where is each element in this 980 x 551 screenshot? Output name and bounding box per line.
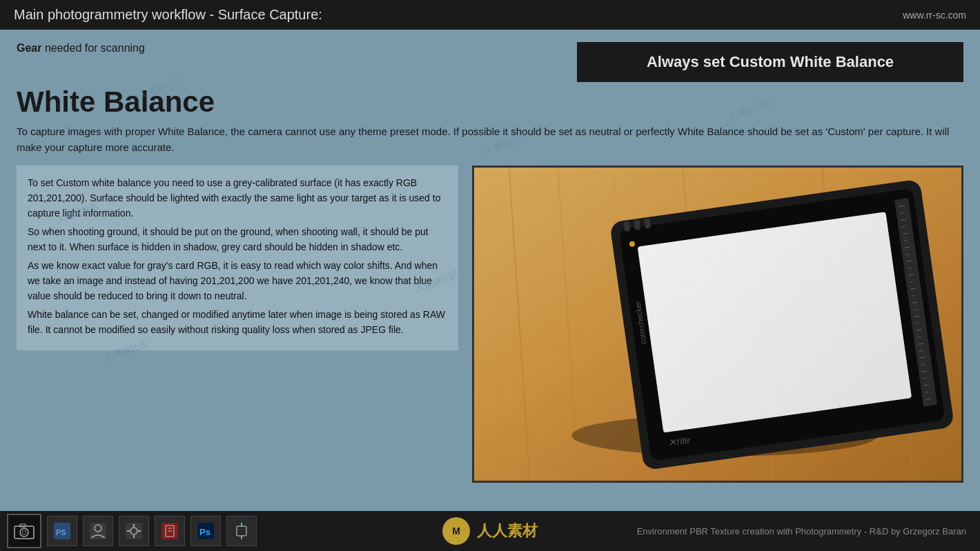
- callout-box: Always set Custom White Balance: [577, 42, 963, 82]
- left-para-3: As we know exact value for gray's card R…: [28, 258, 447, 304]
- gear-bold: Gear: [17, 42, 41, 54]
- photoscan-icon-box[interactable]: PS: [47, 516, 77, 546]
- photoshop-icon-box[interactable]: Ps: [190, 516, 221, 546]
- left-para-1: To set Custom white balance you need to …: [28, 175, 447, 221]
- footer-icons[interactable]: PS: [7, 514, 257, 548]
- left-para-4: White balance can be set, changed or mod…: [28, 307, 447, 338]
- person-icon: [88, 521, 108, 541]
- two-col-layout: To set Custom white balance you need to …: [17, 166, 963, 483]
- tool-icon-box[interactable]: [155, 516, 185, 546]
- left-text-panel: To set Custom white balance you need to …: [17, 166, 458, 350]
- wb-description: To capture images with proper White Bala…: [17, 123, 955, 156]
- svg-text:PS: PS: [56, 528, 66, 537]
- svg-point-52: [22, 530, 26, 534]
- callout-text: Always set Custom White Balance: [647, 53, 894, 70]
- footer: PS: [0, 511, 980, 551]
- colorchecker-svg: ✕rite colorchecker: [474, 166, 961, 483]
- main-content: Gear needed for scanning Always set Cust…: [0, 30, 980, 511]
- svg-text:Ps: Ps: [199, 527, 210, 537]
- website-label: www.rr-sc.com: [903, 10, 966, 21]
- settings-icon-box[interactable]: [119, 516, 149, 546]
- svg-rect-46: [638, 212, 912, 432]
- plugin-icon: [232, 521, 251, 541]
- photoscan-icon: PS: [52, 521, 72, 541]
- footer-center: M 人人素材: [442, 517, 538, 545]
- person-icon-box[interactable]: [83, 516, 113, 546]
- gear-rest: needed for scanning: [41, 42, 144, 54]
- svg-rect-51: [20, 524, 26, 527]
- settings-icon: [124, 521, 144, 541]
- camera-icon-box[interactable]: [7, 514, 41, 548]
- gear-text: Gear needed for scanning: [17, 42, 145, 54]
- plugin-icon-box[interactable]: [226, 516, 257, 546]
- colorchecker-image-panel: ✕rite colorchecker: [472, 166, 963, 483]
- brand-text: 人人素材: [477, 521, 538, 541]
- header-title: Main photogrammetry workflow - Surface C…: [14, 7, 322, 23]
- left-para-2: So when shooting ground, it should be pu…: [28, 224, 447, 255]
- top-row: Gear needed for scanning Always set Cust…: [17, 42, 963, 82]
- page-header: Main photogrammetry workflow - Surface C…: [0, 0, 980, 30]
- footer-copyright: Environment PBR Texture creation with Ph…: [637, 526, 966, 537]
- camera-icon: [14, 523, 35, 539]
- tool-icon: [160, 521, 179, 541]
- wb-title: White Balance: [17, 86, 963, 118]
- photoshop-icon: Ps: [196, 521, 215, 541]
- svg-point-50: [20, 528, 28, 537]
- brand-circle: M: [442, 517, 470, 545]
- brand-symbol: M: [452, 525, 460, 537]
